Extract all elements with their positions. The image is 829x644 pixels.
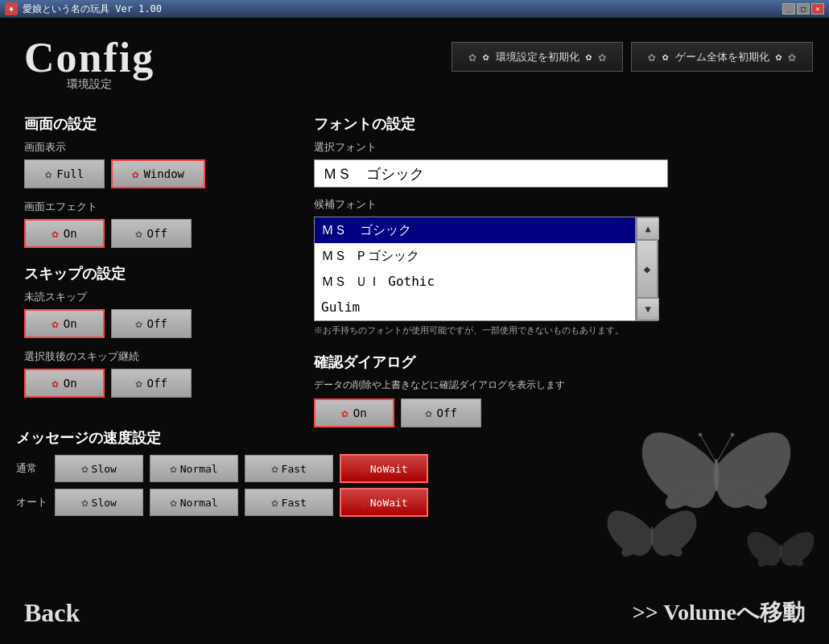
font-input[interactable] — [314, 159, 668, 188]
window-title: 愛娘という名の玩具 Ver 1.00 — [23, 2, 777, 16]
flower-icon: ✿ — [271, 496, 278, 509]
window-controls[interactable]: _ □ × — [782, 3, 824, 14]
font-settings-section: フォントの設定 選択フォント 候補フォント ＭＳ ゴシック ＭＳ Ｐゴシック Ｍ… — [314, 114, 700, 336]
screen-settings-section: 画面の設定 画面表示 ✿ Full ✿ Window 画面エフェクト ✿ On — [24, 114, 314, 248]
display-label: 画面表示 — [24, 140, 314, 155]
confirm-dialog-title: 確認ダイアログ — [314, 353, 700, 372]
svg-point-3 — [699, 433, 702, 436]
butterfly-decoration — [604, 370, 829, 596]
app-icon: ♦ — [5, 2, 18, 15]
close-button[interactable]: × — [811, 3, 824, 14]
svg-point-0 — [714, 459, 719, 491]
flower-icon: ✿ — [52, 317, 58, 330]
scroll-up-button[interactable]: ▲ — [637, 217, 659, 240]
flower-icon: ✿ — [52, 227, 58, 240]
unread-off-button[interactable]: ✿ Off — [111, 309, 192, 338]
flower-icon: ✿ — [52, 377, 58, 390]
font-settings-title: フォントの設定 — [314, 114, 700, 134]
auto-slow-button[interactable]: ✿ Slow — [55, 489, 143, 516]
minimize-button[interactable]: _ — [782, 3, 795, 14]
after-select-label: 選択肢後のスキップ継続 — [24, 349, 314, 364]
window-button[interactable]: ✿ Window — [111, 159, 205, 188]
font-list-item-0[interactable]: ＭＳ ゴシック — [315, 217, 635, 243]
flower-icon-right2: ✿ — [776, 51, 782, 63]
normal-normal-button[interactable]: ✿ Normal — [150, 455, 238, 482]
flower-icon-right: ✿ — [586, 51, 592, 63]
full-button[interactable]: ✿ Full — [24, 159, 105, 188]
skip-settings-section: スキップの設定 未読スキップ ✿ On ✿ Off 選択肢後のスキップ継続 ✿ … — [24, 264, 314, 398]
flower-icon: ✿ — [170, 496, 176, 509]
left-column: 画面の設定 画面表示 ✿ Full ✿ Window 画面エフェクト ✿ On — [24, 114, 314, 414]
selected-font-label: 選択フォント — [314, 140, 700, 155]
top-action-buttons: ✿ 環境設定を初期化 ✿ ✿ ゲーム全体を初期化 ✿ — [452, 42, 813, 72]
svg-point-4 — [731, 433, 734, 436]
flower-icon: ✿ — [170, 462, 176, 475]
config-title-block: Config 環境設定 — [24, 34, 155, 92]
flower-icon: ✿ — [425, 407, 431, 419]
effect-on-button[interactable]: ✿ On — [24, 219, 105, 248]
effect-button-group: ✿ On ✿ Off — [24, 219, 314, 248]
flower-icon: ✿ — [341, 407, 348, 419]
back-button[interactable]: Back — [24, 598, 80, 628]
title-bar: ♦ 愛娘という名の玩具 Ver 1.00 _ □ × — [0, 0, 829, 18]
scroll-diamond-button[interactable]: ◆ — [637, 240, 658, 298]
confirm-off-button[interactable]: ✿ Off — [401, 398, 481, 427]
flower-icon: ✿ — [45, 167, 52, 180]
flower-icon-left: ✿ — [483, 51, 489, 63]
unread-skip-label: 未読スキップ — [24, 290, 314, 304]
font-list[interactable]: ＭＳ ゴシック ＭＳ Ｐゴシック ＭＳ ＵＩ Gothic Gulim — [314, 217, 636, 321]
main-content: Config 環境設定 ✿ 環境設定を初期化 ✿ ✿ ゲーム全体を初期化 ✿ 画… — [0, 18, 829, 644]
after-select-on-button[interactable]: ✿ On — [24, 369, 105, 398]
font-list-item-1[interactable]: ＭＳ Ｐゴシック — [315, 243, 635, 269]
flower-icon: ✿ — [360, 462, 366, 475]
font-list-item-2[interactable]: ＭＳ ＵＩ Gothic — [315, 269, 635, 295]
unread-skip-button-group: ✿ On ✿ Off — [24, 309, 314, 338]
init-game-button[interactable]: ✿ ゲーム全体を初期化 ✿ — [631, 42, 813, 72]
svg-point-6 — [780, 544, 782, 559]
flower-icon: ✿ — [135, 377, 142, 390]
flower-icon: ✿ — [360, 496, 366, 509]
after-select-off-button[interactable]: ✿ Off — [111, 369, 192, 398]
normal-slow-button[interactable]: ✿ Slow — [55, 455, 143, 482]
after-select-button-group: ✿ On ✿ Off — [24, 369, 314, 398]
scroll-down-button[interactable]: ▼ — [637, 298, 659, 320]
screen-settings-title: 画面の設定 — [24, 114, 314, 134]
font-note: ※お手持ちのフォントが使用可能ですが、一部使用できないものもあります。 — [314, 324, 700, 336]
font-list-scrollbar: ▲ ◆ ▼ — [636, 217, 658, 321]
auto-speed-label: オート — [16, 495, 48, 510]
page-title: Config — [24, 34, 155, 81]
candidate-font-label: 候補フォント — [314, 197, 700, 212]
effect-off-button[interactable]: ✿ Off — [111, 219, 192, 248]
display-button-group: ✿ Full ✿ Window — [24, 159, 314, 188]
normal-nowait-button[interactable]: ✿ NoWait — [340, 454, 428, 483]
font-list-item-3[interactable]: Gulim — [315, 295, 635, 320]
flower-icon: ✿ — [81, 462, 88, 475]
init-env-button[interactable]: ✿ 環境設定を初期化 ✿ — [452, 42, 623, 72]
normal-fast-button[interactable]: ✿ Fast — [245, 455, 333, 482]
maximize-button[interactable]: □ — [797, 3, 810, 14]
font-list-container: ＭＳ ゴシック ＭＳ Ｐゴシック ＭＳ ＵＩ Gothic Gulim ▲ ◆ … — [314, 217, 700, 321]
auto-nowait-button[interactable]: ✿ NoWait — [340, 488, 428, 517]
flower-icon: ✿ — [81, 496, 88, 509]
skip-settings-title: スキップの設定 — [24, 264, 314, 283]
confirm-on-button[interactable]: ✿ On — [314, 398, 394, 427]
flower-icon: ✿ — [132, 167, 138, 180]
flower-icon: ✿ — [135, 227, 142, 240]
effect-label: 画面エフェクト — [24, 200, 314, 214]
unread-on-button[interactable]: ✿ On — [24, 309, 105, 338]
flower-icon: ✿ — [271, 462, 278, 475]
auto-fast-button[interactable]: ✿ Fast — [245, 489, 333, 516]
auto-normal-button[interactable]: ✿ Normal — [150, 489, 238, 516]
volume-button[interactable]: >> Volumeへ移動 — [633, 597, 805, 628]
flower-icon: ✿ — [135, 317, 142, 330]
flower-icon-left2: ✿ — [662, 51, 669, 63]
normal-speed-label: 通常 — [16, 461, 48, 476]
svg-point-5 — [650, 526, 654, 546]
